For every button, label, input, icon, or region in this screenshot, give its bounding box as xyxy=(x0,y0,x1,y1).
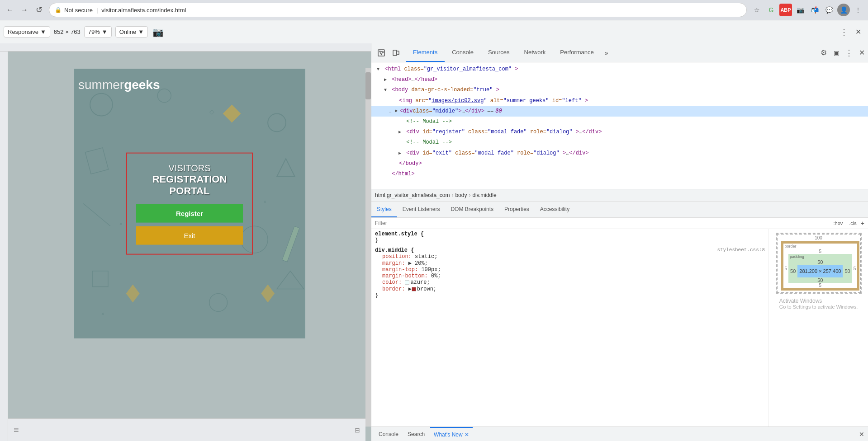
element-style-rule: element.style { } xyxy=(375,231,765,244)
extension-adblock[interactable]: ABP xyxy=(779,4,792,16)
user-avatar[interactable]: 👤 xyxy=(837,4,850,16)
div-middle-selector: div.middle { xyxy=(375,247,414,253)
styles-filter-input[interactable] xyxy=(375,220,831,226)
extension-grammarly[interactable]: G xyxy=(765,4,778,16)
equals-sign: == xyxy=(487,107,493,116)
back-button[interactable]: ← xyxy=(4,4,16,16)
title-line1: VISITORS xyxy=(136,162,243,173)
register-button[interactable]: Register xyxy=(136,204,243,223)
browser-more-button[interactable]: ⋮ xyxy=(852,4,864,16)
dom-line-exit-modal[interactable]: ▶ <div id="exit" class="modal fade" role… xyxy=(371,148,868,159)
dom-line-img[interactable]: ▶ <img src="images/pic02.svg" alt="summe… xyxy=(371,96,868,106)
extension-2[interactable]: 📬 xyxy=(808,4,821,16)
styles-filter-buttons: :hov .cls + xyxy=(831,220,864,227)
main-container: × ◇ × × × summergeeks xyxy=(0,43,868,441)
ruler-vertical xyxy=(0,52,8,441)
tab-console[interactable]: Console xyxy=(445,43,481,62)
dom-line-body-close[interactable]: ▶ </body> xyxy=(371,159,868,169)
online-label: Online xyxy=(119,28,137,35)
registration-box: VISITORS REGISTRATION PORTAL Register Ex… xyxy=(126,152,253,255)
inspect-element-icon[interactable] xyxy=(375,47,388,59)
styles-tab-properties[interactable]: Properties xyxy=(499,202,535,217)
preview-scrollbar-vertical[interactable] xyxy=(365,68,371,427)
dom-line-comment2[interactable]: ▶ <!-- Modal --> xyxy=(371,137,868,148)
color-swatch-brown[interactable] xyxy=(412,287,416,291)
cls-filter-button[interactable]: .cls xyxy=(847,220,859,227)
dom-line-body[interactable]: ▼ <body data-gr-c-s-loaded="true" > xyxy=(371,85,868,95)
styles-tab-accessibility[interactable]: Accessibility xyxy=(535,202,575,217)
devtools-bar-close-button[interactable]: ✕ xyxy=(852,26,864,38)
div-middle-rule: div.middle { stylesheet.css:8 position: … xyxy=(375,247,765,299)
style-margin: margin: ▶ 20%; xyxy=(375,260,765,267)
arrow-head[interactable]: ▶ xyxy=(382,76,389,84)
star-button[interactable]: ☆ xyxy=(750,4,763,16)
forward-button[interactable]: → xyxy=(18,4,31,16)
resize-handle[interactable]: ⊟ xyxy=(355,427,360,434)
arrow-html[interactable]: ▼ xyxy=(375,66,381,73)
extension-3[interactable]: 💬 xyxy=(823,4,835,16)
breadcrumb-body[interactable]: body xyxy=(455,192,467,198)
three-dots: … xyxy=(389,108,393,116)
width-value: 652 xyxy=(54,28,64,35)
arrow-exit-modal[interactable]: ▶ xyxy=(397,150,403,157)
dom-line-head[interactable]: ▶ <head>…</head> xyxy=(371,75,868,85)
add-style-button[interactable]: + xyxy=(861,220,864,227)
tab-elements[interactable]: Elements xyxy=(406,43,445,62)
dom-line-div-middle[interactable]: … ▶ <div class="middle" >…</div> == $0 xyxy=(371,106,868,117)
whatsnew-close-icon[interactable]: ✕ xyxy=(465,432,469,438)
hov-filter-button[interactable]: :hov xyxy=(831,220,845,227)
breadcrumb-html[interactable]: html.gr_visitor_almafiesta_com xyxy=(375,192,450,198)
console-close-button[interactable]: ✕ xyxy=(859,431,864,438)
dom-line-html[interactable]: ▼ <html class="gr_visitor_almafiesta_com… xyxy=(371,64,868,75)
more-tabs-button[interactable]: » xyxy=(601,49,612,56)
devtools-left: Responsive ▼ 652 × 763 79% ▼ Online ▼ 📷 xyxy=(4,26,840,38)
tab-network[interactable]: Network xyxy=(517,43,553,62)
online-selector[interactable]: Online ▼ xyxy=(115,26,148,38)
device-toggle-icon[interactable] xyxy=(389,47,402,59)
color-swatch-azure[interactable] xyxy=(405,280,409,285)
styles-tab-styles[interactable]: Styles xyxy=(371,202,397,217)
stylesheet-source[interactable]: stylesheet.css:8 xyxy=(717,247,765,253)
ruler-horizontal xyxy=(0,43,371,52)
element-style-selector: element.style { xyxy=(375,231,424,237)
styles-tab-dom-breakpoints[interactable]: DOM Breakpoints xyxy=(445,202,499,217)
arrow-body[interactable]: ▼ xyxy=(382,87,389,94)
devtools-more-button[interactable]: ⋮ xyxy=(843,47,855,59)
responsive-label: Responsive xyxy=(8,28,38,35)
dock-icon[interactable]: ▣ xyxy=(830,47,843,59)
scrollbar-thumb[interactable] xyxy=(365,72,371,99)
dom-line-html-close[interactable]: ▶ </html> xyxy=(371,169,868,179)
address-bar[interactable]: 🔒 Not secure | visitor.almafiesta.com/in… xyxy=(49,3,747,17)
website-frame: × ◇ × × × summergeeks xyxy=(74,69,305,338)
breadcrumb-div-middle[interactable]: div.middle xyxy=(472,192,496,198)
zoom-selector[interactable]: 79% ▼ xyxy=(84,26,112,38)
svg-text:×: × xyxy=(119,221,123,227)
extension-1[interactable]: 📷 xyxy=(794,4,806,16)
devtools-bar-more-button[interactable]: ⋮ xyxy=(840,27,848,37)
tab-sources[interactable]: Sources xyxy=(481,43,517,62)
arrow-register-modal[interactable]: ▶ xyxy=(397,129,403,136)
console-bar: Console Search What's New ✕ ✕ xyxy=(371,427,868,441)
exit-button[interactable]: Exit xyxy=(136,226,243,245)
svg-text:×: × xyxy=(101,311,104,317)
styles-content: element.style { } div.middle { styleshee… xyxy=(371,229,768,427)
browser-actions: ☆ G ABP 📷 📬 💬 👤 ⋮ xyxy=(750,4,864,16)
responsive-selector[interactable]: Responsive ▼ xyxy=(4,26,50,38)
console-tab-search[interactable]: Search xyxy=(404,427,428,441)
arrow-div-middle[interactable]: ▶ xyxy=(394,108,400,115)
svg-text:×: × xyxy=(263,199,266,205)
console-tab-whatsnew[interactable]: What's New ✕ xyxy=(430,427,473,441)
settings-gear-icon[interactable]: ⚙ xyxy=(817,47,830,59)
refresh-button[interactable]: ↺ xyxy=(33,4,45,16)
styles-tab-event-listeners[interactable]: Event Listeners xyxy=(397,202,446,217)
console-tab-console[interactable]: Console xyxy=(375,427,402,441)
devtools-close-button[interactable]: ✕ xyxy=(855,47,868,59)
nav-buttons: ← → ↺ xyxy=(4,4,45,16)
dom-tree[interactable]: ▼ <html class="gr_visitor_almafiesta_com… xyxy=(371,62,868,189)
screenshot-icon[interactable]: 📷 xyxy=(152,26,164,38)
tab-performance[interactable]: Performance xyxy=(553,43,601,62)
dom-line-comment1[interactable]: ▶ <!-- Modal --> xyxy=(371,117,868,127)
box-model-content: 281.200 × 257.400 xyxy=(797,265,843,277)
dom-line-register-modal[interactable]: ▶ <div id="register" class="modal fade" … xyxy=(371,127,868,137)
site-logo: summergeeks xyxy=(78,78,160,92)
